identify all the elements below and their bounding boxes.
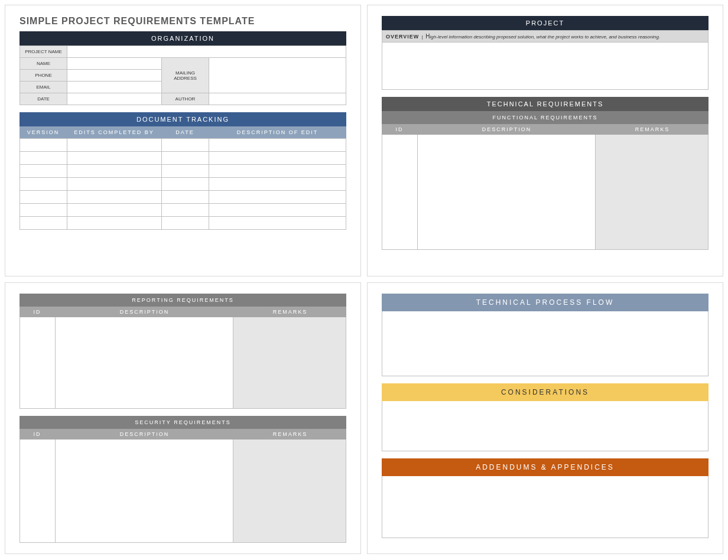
tracking-header: DOCUMENT TRACKING bbox=[20, 112, 346, 126]
tracking-cell[interactable] bbox=[67, 138, 162, 151]
overview-strip: OVERVIEW | High-level information descri… bbox=[382, 30, 708, 43]
functional-header: FUNCTIONAL REQUIREMENTS bbox=[382, 111, 708, 124]
func-col-desc: DESCRIPTION bbox=[417, 124, 596, 135]
tracking-cell[interactable] bbox=[209, 190, 346, 203]
value-mailing-address[interactable] bbox=[209, 57, 346, 93]
pane-flow-considerations-addendums: TECHNICAL PROCESS FLOW CONSIDERATIONS AD… bbox=[367, 282, 723, 554]
label-name: NAME bbox=[20, 57, 67, 69]
value-author[interactable] bbox=[209, 93, 346, 105]
sec-col-id: ID bbox=[20, 429, 55, 439]
overview-hint-lead: H bbox=[425, 33, 430, 40]
value-date[interactable] bbox=[67, 93, 162, 105]
functional-body[interactable] bbox=[382, 135, 708, 250]
col-version: VERSION bbox=[20, 126, 67, 138]
func-col-remarks: REMARKS bbox=[596, 124, 708, 135]
label-project-name: PROJECT NAME bbox=[20, 45, 67, 57]
tracking-cell[interactable] bbox=[209, 216, 346, 229]
label-phone: PHONE bbox=[20, 69, 67, 81]
overview-hint-rest: igh-level information describing propose… bbox=[430, 34, 661, 40]
tracking-cell[interactable] bbox=[162, 151, 209, 164]
label-email: EMAIL bbox=[20, 81, 67, 93]
tracking-cell[interactable] bbox=[209, 151, 346, 164]
overview-divider: | bbox=[422, 34, 423, 40]
value-phone[interactable] bbox=[67, 69, 162, 81]
tracking-column-head: VERSION EDITS COMPLETED BY DATE DESCRIPT… bbox=[20, 126, 346, 138]
tracking-cell[interactable] bbox=[162, 203, 209, 216]
rep-col-remarks: REMARKS bbox=[234, 307, 346, 317]
tracking-cell[interactable] bbox=[20, 216, 67, 229]
techreq-header: TECHNICAL REQUIREMENTS bbox=[382, 97, 708, 111]
tracking-cell[interactable] bbox=[20, 203, 67, 216]
label-date: DATE bbox=[20, 93, 67, 105]
tracking-cell[interactable] bbox=[209, 177, 346, 190]
func-col-id: ID bbox=[382, 124, 417, 135]
addendums-box[interactable] bbox=[382, 476, 708, 538]
col-desc-edit: DESCRIPTION OF EDIT bbox=[209, 126, 346, 138]
col-edits-by: EDITS COMPLETED BY bbox=[67, 126, 161, 138]
tracking-cell[interactable] bbox=[162, 216, 209, 229]
document-title: SIMPLE PROJECT REQUIREMENTS TEMPLATE bbox=[20, 16, 346, 27]
pane-organization-tracking: SIMPLE PROJECT REQUIREMENTS TEMPLATE ORG… bbox=[5, 5, 361, 276]
rep-col-id: ID bbox=[20, 307, 55, 317]
tracking-cell[interactable] bbox=[162, 177, 209, 190]
tracking-cell[interactable] bbox=[209, 138, 346, 151]
process-flow-header: TECHNICAL PROCESS FLOW bbox=[382, 294, 708, 311]
security-header: SECURITY REQUIREMENTS bbox=[20, 416, 346, 429]
col-date: DATE bbox=[161, 126, 209, 138]
tracking-cell[interactable] bbox=[20, 151, 67, 164]
value-project-name[interactable] bbox=[67, 45, 346, 57]
sec-col-desc: DESCRIPTION bbox=[55, 429, 234, 439]
value-email[interactable] bbox=[67, 81, 162, 93]
tracking-cell[interactable] bbox=[67, 216, 162, 229]
overview-textarea[interactable] bbox=[382, 43, 708, 90]
value-name[interactable] bbox=[67, 57, 162, 69]
tracking-cell[interactable] bbox=[20, 177, 67, 190]
organization-table: PROJECT NAME NAME MAILING ADDRESS PHONE … bbox=[20, 45, 346, 105]
process-flow-box[interactable] bbox=[382, 311, 708, 376]
tracking-cell[interactable] bbox=[20, 164, 67, 177]
pane-reporting-security: REPORTING REQUIREMENTS ID DESCRIPTION RE… bbox=[5, 282, 361, 554]
label-mailing-address: MAILING ADDRESS bbox=[162, 57, 209, 93]
reporting-columns: ID DESCRIPTION REMARKS bbox=[20, 307, 346, 317]
tracking-cell[interactable] bbox=[67, 203, 162, 216]
tracking-cell[interactable] bbox=[20, 190, 67, 203]
tracking-cell[interactable] bbox=[20, 138, 67, 151]
security-columns: ID DESCRIPTION REMARKS bbox=[20, 429, 346, 439]
reporting-header: REPORTING REQUIREMENTS bbox=[20, 294, 346, 307]
sec-col-remarks: REMARKS bbox=[234, 429, 346, 439]
pane-project-techreq: PROJECT OVERVIEW | High-level informatio… bbox=[367, 5, 723, 276]
reporting-body[interactable] bbox=[20, 317, 346, 409]
tracking-cell[interactable] bbox=[67, 190, 162, 203]
tracking-cell[interactable] bbox=[162, 190, 209, 203]
tracking-cell[interactable] bbox=[209, 203, 346, 216]
organization-header: ORGANIZATION bbox=[20, 31, 346, 45]
considerations-header: CONSIDERATIONS bbox=[382, 383, 708, 401]
considerations-box[interactable] bbox=[382, 401, 708, 451]
addendums-header: ADDENDUMS & APPENDICES bbox=[382, 458, 708, 476]
rep-col-desc: DESCRIPTION bbox=[55, 307, 234, 317]
security-body[interactable] bbox=[20, 439, 346, 543]
tracking-cell[interactable] bbox=[162, 164, 209, 177]
tracking-cell[interactable] bbox=[67, 151, 162, 164]
functional-columns: ID DESCRIPTION REMARKS bbox=[382, 124, 708, 135]
tracking-cell[interactable] bbox=[67, 177, 162, 190]
tracking-cell[interactable] bbox=[67, 164, 162, 177]
tracking-body bbox=[20, 138, 346, 230]
overview-label: OVERVIEW bbox=[386, 34, 419, 40]
tracking-cell[interactable] bbox=[209, 164, 346, 177]
label-author: AUTHOR bbox=[162, 93, 209, 105]
tracking-cell[interactable] bbox=[162, 138, 209, 151]
project-header: PROJECT bbox=[382, 16, 708, 30]
